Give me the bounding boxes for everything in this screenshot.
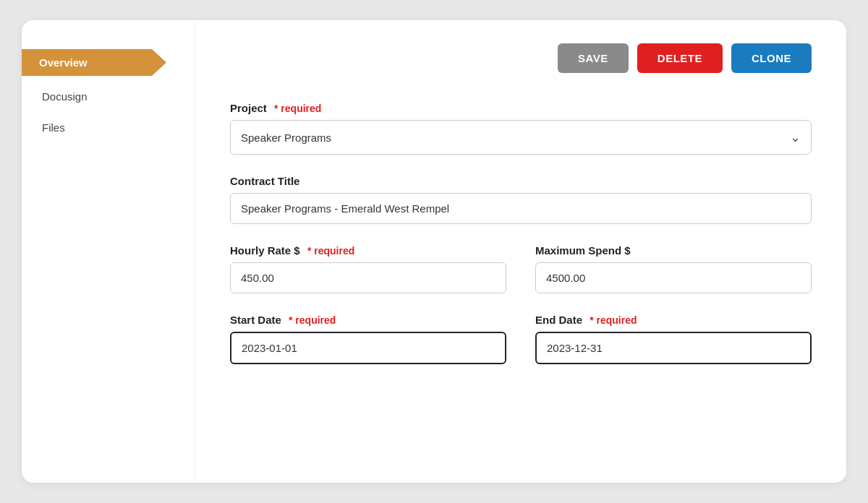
project-group: Project * required Speaker Programs ⌄ — [230, 102, 812, 155]
start-date-required-text: * required — [289, 314, 336, 326]
chevron-down-icon: ⌄ — [790, 129, 801, 145]
rate-spend-row: Hourly Rate $ * required Maximum Spend $ — [230, 244, 812, 293]
save-button[interactable]: SAVE — [558, 43, 629, 73]
project-label: Project * required — [230, 102, 812, 114]
end-date-required-text: * required — [590, 314, 637, 326]
start-date-group: Start Date * required — [230, 314, 506, 364]
hourly-rate-required-text: * required — [307, 245, 354, 257]
clone-button[interactable]: CLONE — [731, 43, 812, 73]
contract-title-group: Contract Title — [230, 175, 812, 224]
sidebar-item-overview[interactable]: Overview — [22, 49, 195, 76]
project-required-text: * required — [274, 103, 321, 114]
sidebar-item-docusign[interactable]: Docusign — [22, 83, 195, 110]
max-spend-input[interactable] — [535, 262, 812, 293]
project-select[interactable]: Speaker Programs ⌄ — [230, 120, 812, 155]
sidebar-label-overview: Overview — [39, 56, 88, 69]
max-spend-label: Maximum Spend $ — [535, 244, 812, 257]
end-date-input[interactable] — [535, 332, 812, 364]
start-date-label: Start Date * required — [230, 314, 506, 326]
form-section: Project * required Speaker Programs ⌄ Co… — [230, 102, 812, 364]
main-content: SAVE DELETE CLONE Project * required Spe… — [195, 20, 846, 483]
contract-title-label: Contract Title — [230, 175, 812, 187]
hourly-rate-group: Hourly Rate $ * required — [230, 244, 506, 293]
hourly-rate-label: Hourly Rate $ * required — [230, 244, 506, 257]
toolbar: SAVE DELETE CLONE — [230, 43, 812, 73]
sidebar: Overview Docusign Files — [22, 20, 195, 483]
max-spend-group: Maximum Spend $ — [535, 244, 812, 293]
sidebar-label-files: Files — [42, 121, 65, 134]
contract-title-input[interactable] — [230, 193, 812, 224]
start-date-input[interactable] — [230, 332, 506, 364]
end-date-group: End Date * required — [535, 314, 812, 364]
dates-row: Start Date * required End Date * require… — [230, 314, 812, 364]
delete-button[interactable]: DELETE — [637, 43, 723, 73]
hourly-rate-input[interactable] — [230, 262, 506, 293]
main-card: Overview Docusign Files SAVE DELETE CLON… — [22, 20, 846, 483]
sidebar-item-files[interactable]: Files — [22, 114, 195, 141]
end-date-label: End Date * required — [535, 314, 812, 326]
sidebar-label-docusign: Docusign — [42, 90, 88, 103]
project-select-value: Speaker Programs — [241, 132, 331, 144]
